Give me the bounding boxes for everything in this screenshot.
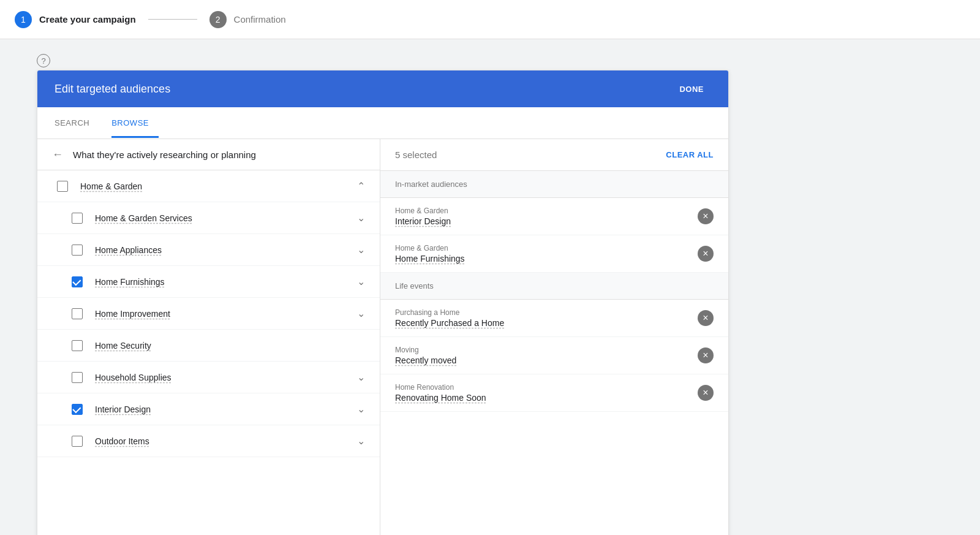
list-item-household-supplies[interactable]: Household Supplies⌄ [37,362,380,393]
list-container: Home & Garden⌃Home & Garden Services⌄Hom… [37,170,380,535]
step1-label: Create your campaign [39,14,136,25]
right-panel: 5 selected CLEAR ALL In-market audiences… [380,139,728,535]
list-item-interior-design[interactable]: Interior Design⌄ [37,393,380,425]
selected-count: 5 selected [395,150,437,160]
checkbox-outdoor-items[interactable] [72,436,83,447]
selected-item-category-interior-design-sel: Home & Garden [395,207,451,215]
item-label-home-furnishings: Home Furnishings [95,277,352,287]
item-label-outdoor-items: Outdoor Items [95,436,352,446]
chevron-home-garden-services[interactable]: ⌄ [357,212,365,224]
help-icon-row: ? [37,49,980,70]
item-label-home-security: Home Security [95,341,365,351]
list-item-home-garden-services[interactable]: Home & Garden Services⌄ [37,202,380,234]
checkbox-home-appliances[interactable] [72,245,83,256]
selected-item-text-renovating-soon: Home RenovationRenovating Home Soon [395,383,486,403]
step1-circle: 1 [15,11,32,28]
remove-button-home-furnishings-sel[interactable]: × [698,246,714,262]
remove-button-renovating-soon[interactable]: × [698,385,714,401]
chevron-home-garden[interactable]: ⌃ [357,180,365,192]
modal-body: ← What they're actively researching or p… [37,139,728,535]
step2-label: Confirmation [234,14,286,25]
selected-item-recently-moved: MovingRecently moved× [380,337,728,374]
chevron-interior-design[interactable]: ⌄ [357,403,365,415]
checkbox-home-garden-services[interactable] [72,213,83,224]
checkbox-household-supplies[interactable] [72,372,83,383]
selected-item-home-furnishings-sel: Home & GardenHome Furnishings× [380,235,728,273]
checkbox-home-furnishings[interactable] [72,276,83,287]
selected-item-text-interior-design-sel: Home & GardenInterior Design [395,207,451,226]
breadcrumb-row: ← What they're actively researching or p… [37,139,380,170]
chevron-household-supplies[interactable]: ⌄ [357,371,365,383]
checkbox-home-improvement[interactable] [72,308,83,319]
done-button[interactable]: DONE [672,80,711,99]
list-item-outdoor-items[interactable]: Outdoor Items⌄ [37,425,380,457]
list-item-home-furnishings[interactable]: Home Furnishings⌄ [37,266,380,298]
item-label-household-supplies: Household Supplies [95,373,352,382]
selected-item-category-recently-moved: Moving [395,346,456,354]
selected-item-category-renovating-soon: Home Renovation [395,383,486,392]
right-content: In-market audiencesHome & GardenInterior… [380,171,728,535]
selected-item-name-home-furnishings-sel: Home Furnishings [395,254,465,264]
selected-item-renovating-soon: Home RenovationRenovating Home Soon× [380,374,728,412]
item-label-home-garden-services: Home & Garden Services [95,213,352,223]
selected-item-name-interior-design-sel: Interior Design [395,216,451,226]
checkbox-home-security[interactable] [72,340,83,351]
item-label-interior-design: Interior Design [95,404,352,414]
modal-panel: Edit targeted audiences DONE SEARCH BROW… [37,70,729,535]
tab-browse[interactable]: BROWSE [111,108,159,138]
modal-tabs: SEARCH BROWSE [37,107,728,139]
checkbox-interior-design[interactable] [72,404,83,415]
selected-item-name-renovating-soon: Renovating Home Soon [395,393,486,403]
item-label-home-improvement: Home Improvement [95,309,352,319]
help-icon[interactable]: ? [37,54,50,67]
remove-button-interior-design-sel[interactable]: × [698,208,714,224]
chevron-home-improvement[interactable]: ⌄ [357,308,365,319]
selected-item-category-home-furnishings-sel: Home & Garden [395,244,465,252]
checkbox-home-garden[interactable] [57,181,68,192]
remove-button-recently-moved[interactable]: × [698,347,714,363]
selected-item-recently-purchased: Purchasing a HomeRecently Purchased a Ho… [380,300,728,337]
modal-header: Edit targeted audiences DONE [37,70,728,107]
chevron-home-appliances[interactable]: ⌄ [357,244,365,256]
item-label-home-appliances: Home Appliances [95,245,352,255]
selected-item-name-recently-purchased: Recently Purchased a Home [395,318,504,328]
chevron-outdoor-items[interactable]: ⌄ [357,435,365,447]
left-panel: ← What they're actively researching or p… [37,139,380,535]
list-item-home-improvement[interactable]: Home Improvement⌄ [37,298,380,330]
clear-all-button[interactable]: CLEAR ALL [666,150,714,159]
breadcrumb-text: What they're actively researching or pla… [73,150,256,160]
selected-item-name-recently-moved: Recently moved [395,355,456,365]
back-arrow-icon[interactable]: ← [52,149,63,160]
page-content: ? Edit targeted audiences DONE SEARCH BR… [0,39,980,535]
selected-item-text-recently-moved: MovingRecently moved [395,346,456,365]
list-item-home-security[interactable]: Home Security [37,330,380,362]
item-label-home-garden: Home & Garden [80,181,352,191]
section-header-in-market-audiences: In-market audiences [380,171,728,198]
right-header: 5 selected CLEAR ALL [380,139,728,171]
step-divider [148,19,197,20]
list-item-home-appliances[interactable]: Home Appliances⌄ [37,234,380,266]
selected-item-category-recently-purchased: Purchasing a Home [395,308,504,317]
selected-item-text-home-furnishings-sel: Home & GardenHome Furnishings [395,244,465,264]
list-item-home-garden[interactable]: Home & Garden⌃ [37,170,380,202]
tab-search[interactable]: SEARCH [55,108,99,138]
selected-item-text-recently-purchased: Purchasing a HomeRecently Purchased a Ho… [395,308,504,328]
selected-item-interior-design-sel: Home & GardenInterior Design× [380,198,728,235]
step2-circle: 2 [209,11,227,28]
section-header-life-events: Life events [380,273,728,300]
chevron-home-furnishings[interactable]: ⌄ [357,276,365,287]
modal-title: Edit targeted audiences [55,83,170,96]
top-bar: 1 Create your campaign 2 Confirmation [0,0,980,39]
remove-button-recently-purchased[interactable]: × [698,310,714,326]
step-indicator: 1 Create your campaign 2 Confirmation [15,11,286,28]
